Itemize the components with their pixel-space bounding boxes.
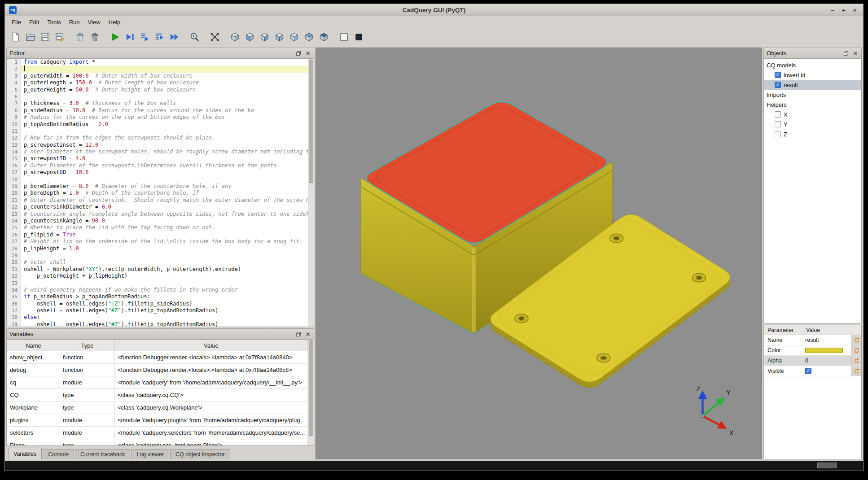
front-view-button[interactable] <box>243 31 256 44</box>
code-line-10[interactable]: 10p_topAndBottomRadius = 2.0 <box>7 121 308 128</box>
code-line-11[interactable]: 11 <box>7 128 308 135</box>
param-value[interactable]: result <box>803 337 851 343</box>
code-line-1[interactable]: 1from cadquery import * <box>7 59 308 65</box>
editor-float-button[interactable] <box>295 50 302 57</box>
tab-log-viewer[interactable]: Log viewer <box>131 449 169 459</box>
iso-view-button[interactable] <box>228 31 241 44</box>
code-line-36[interactable]: 36 oshell = oshell.edges("|Z").fillet(p_… <box>7 301 308 307</box>
tree-item-helpers[interactable]: Helpers <box>764 100 861 109</box>
minimize-button[interactable]: − <box>831 7 835 13</box>
code-line-28[interactable]: 28p_lipHeight = 1.0 <box>7 245 308 252</box>
menu-run[interactable]: Run <box>65 17 84 27</box>
code-line-21[interactable]: 21# Outer diameter of countersink. Shoul… <box>7 197 308 204</box>
code-line-19[interactable]: 19p_boreDiameter = 8.0 # Diameter of the… <box>7 183 308 190</box>
menu-edit[interactable]: Edit <box>25 17 43 27</box>
variable-row[interactable]: pluginsmodule<module 'cadquery.plugins' … <box>7 414 308 427</box>
code-line-4[interactable]: 4p_outerLength = 150.0 # Outer length of… <box>7 79 308 86</box>
code-line-39[interactable]: 39 oshell = oshell.edges("#Z").fillet(p_… <box>7 321 308 327</box>
new-file-button[interactable] <box>9 31 22 44</box>
code-line-12[interactable]: 12# How far in from the edges the screwp… <box>7 135 308 141</box>
editor-scrollbar-thumb[interactable] <box>309 60 313 183</box>
reset-button[interactable] <box>851 345 861 355</box>
menu-tools[interactable]: Tools <box>43 17 65 27</box>
code-line-6[interactable]: 6 <box>7 93 308 100</box>
save-file-button[interactable] <box>38 31 52 44</box>
clear-button[interactable] <box>73 31 87 44</box>
code-line-34[interactable]: 34# weird geometry happens if we make th… <box>7 287 308 293</box>
step-into-button[interactable] <box>153 31 166 44</box>
tree-item-y[interactable]: Y <box>764 119 861 129</box>
value-column-header[interactable]: Value <box>803 327 861 333</box>
code-line-17[interactable]: 17p_screwpostOD = 10.0 <box>7 169 308 176</box>
color-swatch[interactable] <box>805 348 843 353</box>
code-line-32[interactable]: 32 p_outerHeight + p_lipHeight) <box>7 273 308 279</box>
code-line-25[interactable]: 25# Whether to place the lid with the to… <box>7 224 308 231</box>
code-line-27[interactable]: 27# Height of lip on the underside of th… <box>7 238 308 245</box>
run-button[interactable] <box>108 31 122 44</box>
checkbox-x[interactable] <box>775 111 781 118</box>
objects-close-button[interactable] <box>852 50 859 57</box>
editor-body[interactable]: 1from cadquery import *23p_outerWidth = … <box>7 59 314 327</box>
code-line-16[interactable]: 16# Outer Diameter of the screwposts.\nD… <box>7 162 308 169</box>
open-file-button[interactable] <box>23 31 37 44</box>
code-line-26[interactable]: 26p_flipLid = True <box>7 231 308 238</box>
param-value[interactable] <box>803 348 851 353</box>
vars-col-value[interactable]: Value <box>115 340 308 351</box>
code-line-20[interactable]: 20p_boreDepth = 1.0 # Depth of the count… <box>7 190 308 196</box>
bottom-view-button[interactable] <box>317 31 330 44</box>
delete-button[interactable] <box>88 31 101 44</box>
editor-close-button[interactable] <box>305 50 311 57</box>
code-line-15[interactable]: 15p_screwpostID = 4.0 <box>7 155 308 162</box>
code-line-24[interactable]: 24p_countersinkAngle = 90.0 <box>7 218 308 224</box>
variable-row[interactable]: Planetype<class 'cadquery.occ_impl.geom.… <box>7 439 308 446</box>
tree-item-result[interactable]: result <box>764 80 861 90</box>
code-line-29[interactable]: 29 <box>7 252 308 259</box>
code-line-30[interactable]: 30# outer shell <box>7 259 308 266</box>
tab-current-traceback[interactable]: Current traceback <box>75 449 130 459</box>
shaded-view-button[interactable] <box>352 31 365 44</box>
code-line-2[interactable]: 2 <box>7 65 308 72</box>
checkbox-z[interactable] <box>775 131 781 137</box>
code-line-3[interactable]: 3p_outerWidth = 100.0 # Outer width of b… <box>7 73 308 79</box>
code-line-9[interactable]: 9# Radius for the curves on the top and … <box>7 114 308 121</box>
save-as-button[interactable] <box>53 31 66 44</box>
tab-console[interactable]: Console <box>43 449 74 459</box>
tree-item-cq-models[interactable]: CQ models <box>764 60 861 70</box>
code-line-35[interactable]: 35if p_sideRadius > p_topAndBottomRadius… <box>7 293 308 300</box>
variable-row[interactable]: show_objectfunction<function Debugger.re… <box>7 351 308 364</box>
vars-col-type[interactable]: Type <box>60 340 115 351</box>
3d-scene[interactable]: Z Y X <box>316 48 762 459</box>
debug-button[interactable] <box>123 31 136 44</box>
variables-close-button[interactable] <box>305 331 311 337</box>
tree-item-lowerlid[interactable]: lowerLid <box>764 70 861 80</box>
fit-all-button[interactable] <box>208 31 221 44</box>
code-line-13[interactable]: 13p_screwpostInset = 12.0 <box>7 142 308 148</box>
reset-button[interactable] <box>851 335 861 345</box>
vars-col-name[interactable]: Name <box>7 340 60 351</box>
back-view-button[interactable] <box>258 31 271 44</box>
maximize-button[interactable]: + <box>842 7 846 13</box>
variable-row[interactable]: selectorsmodule<module 'cadquery.selecto… <box>7 427 308 439</box>
tree-item-z[interactable]: Z <box>764 129 861 139</box>
checkbox-result[interactable] <box>775 82 781 88</box>
code-line-18[interactable]: 18 <box>7 176 308 183</box>
variables-scrollbar-thumb[interactable] <box>309 340 313 436</box>
menu-file[interactable]: File <box>8 17 25 27</box>
parameter-column-header[interactable]: Parameter <box>764 325 803 335</box>
editor-scrollbar[interactable] <box>308 59 314 327</box>
objects-float-button[interactable] <box>843 50 849 57</box>
tab-cq-object-inspector[interactable]: CQ object inspector <box>170 449 230 459</box>
wireframe-view-button[interactable] <box>337 31 351 44</box>
top-view-button[interactable] <box>302 31 316 44</box>
status-widget[interactable] <box>817 463 837 468</box>
step-over-button[interactable] <box>138 31 151 44</box>
variables-scrollbar[interactable] <box>308 340 314 445</box>
variables-float-button[interactable] <box>295 331 302 337</box>
code-line-14[interactable]: 14# nner Diameter of the screwpost holes… <box>7 148 308 155</box>
tab-variables[interactable]: Variables <box>8 448 42 459</box>
code-line-23[interactable]: 23# Countersink angle (complete angle be… <box>7 211 308 218</box>
code-line-37[interactable]: 37 oshell = oshell.edges("#Z").fillet(p_… <box>7 307 308 314</box>
tree-item-x[interactable]: X <box>764 109 861 119</box>
code-line-33[interactable]: 33 <box>7 280 308 287</box>
checkbox-lowerlid[interactable] <box>775 72 781 78</box>
